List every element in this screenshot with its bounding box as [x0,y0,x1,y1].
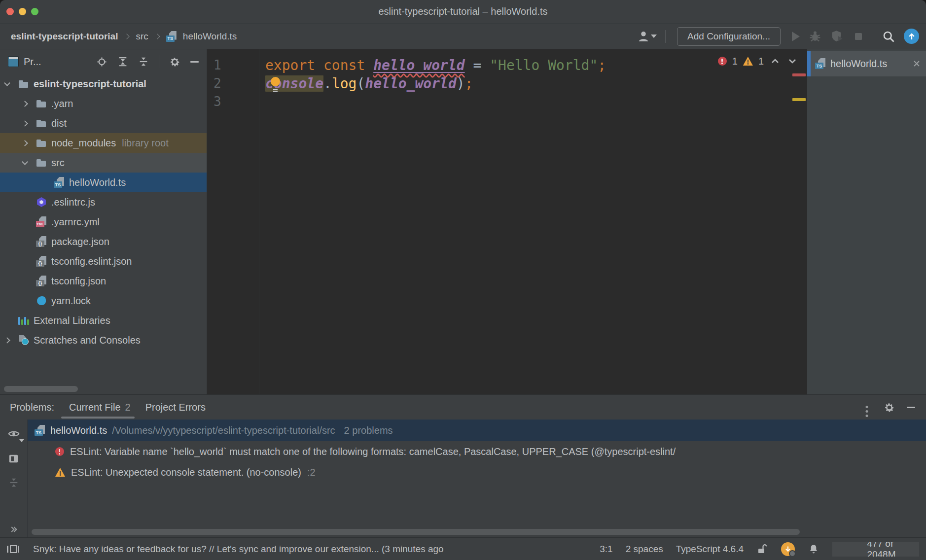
tree-item-yarn-lock[interactable]: yarn.lock [0,291,207,311]
tab-project-errors[interactable]: Project Errors [145,395,206,420]
line-number[interactable]: 1 [214,56,259,74]
toolbar-divider [665,30,666,43]
warning-count[interactable]: 1 [758,56,764,67]
chevron-right-icon[interactable] [22,101,28,107]
editor-tab-helloworld[interactable]: TS helloWorld.ts [807,51,926,76]
minimize-window-button[interactable] [19,8,26,15]
breadcrumb-file[interactable]: helloWorld.ts [183,31,237,42]
previous-problem-icon[interactable] [769,55,781,67]
problems-panel: Problems: Current File 2 Project Errors [0,394,926,537]
lock-icon[interactable] [756,543,768,555]
tree-item-dist[interactable]: dist [0,113,207,133]
hide-panel-icon[interactable] [190,61,199,63]
eslint-icon [36,197,47,208]
tree-item-node-modules[interactable]: node_moduleslibrary root [0,133,207,153]
editor-tab-label: helloWorld.ts [830,58,887,70]
tree-chevron-slot [5,83,18,85]
view-options-eye-icon[interactable] [7,427,20,440]
memory-indicator[interactable]: 477 of 2048M [832,542,919,557]
warning-icon[interactable] [743,57,753,66]
file-badge: TS [54,181,62,188]
breadcrumb: eslint-typescript-tutorial src TS helloW… [11,31,237,42]
next-problem-icon[interactable] [786,55,798,67]
tree-item-scratches-and-consoles[interactable]: Scratches and Consoles [0,330,207,350]
project-tree-scrollbar[interactable] [4,386,78,392]
tab-current-file-count: 2 [125,402,131,413]
tree-item-label: src [51,157,65,169]
background-sync-icon[interactable] [781,542,795,556]
tree-item-tsconfig-eslint-json[interactable]: {}tsconfig.eslint.json [0,251,207,271]
scratches-and-consoles-icon [18,335,29,346]
warning-stripe-mark[interactable] [792,98,806,101]
search-everywhere-button[interactable] [882,30,895,43]
line-number[interactable]: 2 [214,74,259,93]
tree-item-label: tsconfig.eslint.json [51,256,132,267]
close-window-button[interactable] [6,8,14,15]
tree-item-src[interactable]: src [0,153,207,173]
lightbulb-icon[interactable] [271,77,280,86]
open-preview-icon[interactable] [8,453,19,464]
problems-scrollbar[interactable] [32,529,800,535]
error-count[interactable]: 1 [732,56,738,67]
locate-file-icon[interactable] [96,56,107,68]
error-icon[interactable] [718,57,727,66]
editor-gutter[interactable]: 123 [207,49,259,394]
debug-button[interactable] [808,30,822,43]
zoom-window-button[interactable] [31,8,38,15]
close-tab-icon[interactable] [913,60,920,67]
tool-window-bars-icon[interactable] [7,545,19,553]
chevron-right-icon[interactable] [22,120,28,127]
add-configuration-button[interactable]: Add Configuration... [677,27,781,46]
inspections-widget: 1 1 [718,55,798,67]
expand-all-icon[interactable] [117,56,128,67]
notifications-bell-icon[interactable] [808,543,819,555]
stop-button[interactable] [853,31,864,42]
run-button[interactable] [792,32,800,41]
tree-item-yarnrc-yml[interactable]: YML.yarnrc.yml [0,212,207,232]
editor: 123 export const hello_world = "Hello Wo… [207,49,807,394]
error-stripe-mark[interactable] [792,73,806,76]
tree-item-helloworld-ts[interactable]: TShelloWorld.ts [0,173,207,192]
caret-position[interactable]: 3:1 [600,544,612,555]
error-squiggle: hello_world [373,57,464,73]
chevron-right-icon[interactable] [22,140,28,146]
tree-item-package-json[interactable]: {}package.json [0,232,207,251]
problems-file-name: helloWorld.ts [50,425,107,436]
warning-highlight: console [265,75,323,92]
tree-item-eslintrc-js[interactable]: .eslintrc.js [0,192,207,212]
run-with-coverage-button[interactable] [830,30,844,43]
file-badge: {} [36,280,44,286]
line-number[interactable]: 3 [214,93,259,111]
more-options-icon[interactable] [865,406,868,408]
status-message[interactable]: Snyk: Have any ideas or feedback for us?… [33,544,593,555]
project-tool-window-icon[interactable] [8,56,19,67]
hide-panel-icon[interactable] [907,407,915,408]
update-available-button[interactable] [904,29,919,44]
editor-tab-strip: TS helloWorld.ts [807,49,926,394]
tree-item-external-libraries[interactable]: External Libraries [0,311,207,330]
tree-item-yarn[interactable]: .yarn [0,94,207,113]
problem-item-warning[interactable]: ESLint: Unexpected console statement. (n… [28,462,926,483]
tree-item-tsconfig-json[interactable]: {}tsconfig.json [0,271,207,291]
breadcrumb-project[interactable]: eslint-typescript-tutorial [11,31,118,42]
problem-item-error[interactable]: ESLint: Variable name `hello_world` must… [28,441,926,462]
indent-setting[interactable]: 2 spaces [626,544,663,555]
chevron-down-icon[interactable] [4,80,10,86]
user-account-icon[interactable] [637,30,657,43]
hide-toolbar-icon[interactable] [11,527,16,531]
typescript-version[interactable]: TypeScript 4.6.4 [676,544,744,555]
collapse-all-icon[interactable] [138,56,149,67]
code-area[interactable]: export const hello_world = "Hello World"… [259,49,807,394]
settings-gear-icon[interactable] [884,402,895,413]
chevron-right-icon[interactable] [4,337,10,344]
tab-current-file[interactable]: Current File 2 [69,395,131,420]
settings-gear-icon[interactable] [169,56,180,68]
chevron-down-icon [651,35,657,38]
problems-toolbar [0,420,28,537]
breadcrumb-src[interactable]: src [136,31,148,42]
problems-file-row[interactable]: TS helloWorld.ts /Volumes/v/yytypescript… [28,420,926,441]
collapse-all-icon[interactable] [8,477,19,488]
project-panel-actions [96,55,199,68]
tree-item-eslint-typescript-tutorial[interactable]: eslint-typescript-tutorial [0,74,207,94]
chevron-down-icon[interactable] [22,159,28,165]
